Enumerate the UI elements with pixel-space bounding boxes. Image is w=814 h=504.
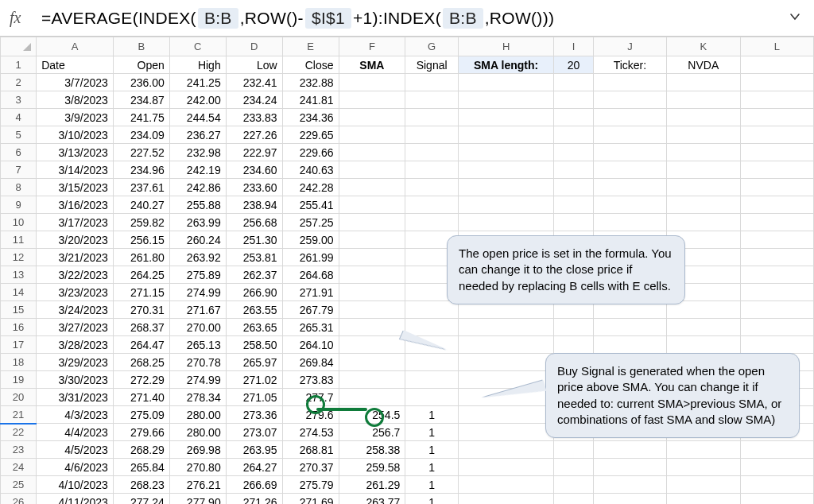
- cell[interactable]: 232.88: [282, 74, 339, 91]
- cell[interactable]: 4/10/2023: [37, 476, 114, 494]
- cell[interactable]: 273.83: [282, 371, 339, 389]
- cell[interactable]: 3/15/2023: [37, 179, 114, 196]
- cell[interactable]: [593, 196, 666, 214]
- cell[interactable]: [740, 476, 813, 494]
- cell[interactable]: 264.68: [282, 266, 339, 284]
- cell[interactable]: 241.81: [282, 91, 339, 109]
- cell[interactable]: 261.80: [113, 249, 169, 266]
- cell[interactable]: 3/10/2023: [37, 126, 114, 144]
- cell[interactable]: [667, 126, 740, 144]
- col-header-C[interactable]: C: [169, 37, 226, 56]
- cell[interactable]: [458, 476, 553, 494]
- cell[interactable]: 264.27: [226, 459, 282, 476]
- row-header[interactable]: 10: [1, 214, 37, 231]
- cell[interactable]: [405, 301, 459, 319]
- cell[interactable]: 241.25: [169, 74, 226, 91]
- cell[interactable]: [458, 459, 553, 476]
- cell[interactable]: [405, 126, 459, 144]
- cell[interactable]: [458, 441, 553, 459]
- cell[interactable]: 264.47: [113, 336, 169, 354]
- cell[interactable]: 1: [405, 424, 459, 441]
- cell[interactable]: 261.29: [339, 476, 405, 494]
- cell[interactable]: [458, 214, 553, 231]
- cell[interactable]: 233.60: [226, 179, 282, 196]
- cell[interactable]: 232.98: [169, 144, 226, 161]
- cell[interactable]: [667, 214, 740, 231]
- cell[interactable]: 271.02: [226, 371, 282, 389]
- cell[interactable]: [339, 284, 405, 301]
- cell[interactable]: [667, 459, 740, 476]
- cell[interactable]: [554, 214, 593, 231]
- cell[interactable]: 270.78: [169, 354, 226, 371]
- row-header[interactable]: 4: [1, 109, 37, 126]
- cell[interactable]: 280.00: [169, 406, 226, 424]
- col-header-F[interactable]: F: [339, 37, 405, 56]
- row-header[interactable]: 19: [1, 371, 37, 389]
- cell[interactable]: 266.69: [226, 476, 282, 494]
- cell[interactable]: 234.36: [282, 109, 339, 126]
- cell[interactable]: 265.31: [282, 319, 339, 336]
- cell[interactable]: 256.68: [226, 214, 282, 231]
- cell[interactable]: 3/16/2023: [37, 196, 114, 214]
- cell[interactable]: 268.81: [282, 441, 339, 459]
- cell[interactable]: [593, 494, 666, 505]
- cell[interactable]: 268.23: [113, 476, 169, 494]
- cell[interactable]: [458, 354, 553, 371]
- cell[interactable]: 273.07: [226, 424, 282, 441]
- cell[interactable]: [740, 319, 813, 336]
- cell[interactable]: [458, 126, 553, 144]
- row-header[interactable]: 6: [1, 144, 37, 161]
- cell[interactable]: 277.24: [113, 494, 169, 505]
- cell[interactable]: 276.21: [169, 476, 226, 494]
- cell[interactable]: [593, 336, 666, 354]
- cell[interactable]: [740, 74, 813, 91]
- cell[interactable]: 270.80: [169, 459, 226, 476]
- cell[interactable]: 3/21/2023: [37, 249, 114, 266]
- cell[interactable]: 255.88: [169, 196, 226, 214]
- cell[interactable]: 3/13/2023: [37, 144, 114, 161]
- cell[interactable]: 259.00: [282, 231, 339, 249]
- cell[interactable]: 242.28: [282, 179, 339, 196]
- cell[interactable]: 274.99: [169, 284, 226, 301]
- chevron-down-icon[interactable]: [782, 11, 808, 25]
- cell[interactable]: [740, 441, 813, 459]
- cell[interactable]: [593, 459, 666, 476]
- cell[interactable]: 274.99: [169, 371, 226, 389]
- cell[interactable]: 3/23/2023: [37, 284, 114, 301]
- cell[interactable]: High: [169, 56, 226, 74]
- cell[interactable]: 265.84: [113, 459, 169, 476]
- col-header-K[interactable]: K: [667, 37, 740, 56]
- cell[interactable]: 263.77: [339, 494, 405, 505]
- cell[interactable]: [339, 371, 405, 389]
- cell[interactable]: [593, 144, 666, 161]
- cell[interactable]: [339, 214, 405, 231]
- cell[interactable]: Signal: [405, 56, 459, 74]
- cell[interactable]: 273.36: [226, 406, 282, 424]
- cell[interactable]: 275.79: [282, 476, 339, 494]
- cell[interactable]: 266.90: [226, 284, 282, 301]
- row-header[interactable]: 5: [1, 126, 37, 144]
- row-header[interactable]: 2: [1, 74, 37, 91]
- cell[interactable]: 264.25: [113, 266, 169, 284]
- cell[interactable]: [593, 74, 666, 91]
- col-header-E[interactable]: E: [282, 37, 339, 56]
- cell[interactable]: 258.50: [226, 336, 282, 354]
- cell[interactable]: 251.30: [226, 231, 282, 249]
- cell[interactable]: 268.37: [113, 319, 169, 336]
- cell[interactable]: 271.67: [169, 301, 226, 319]
- cell[interactable]: 4/5/2023: [37, 441, 114, 459]
- cell[interactable]: 254.5: [339, 406, 405, 424]
- cell[interactable]: [458, 179, 553, 196]
- cell[interactable]: 278.34: [169, 389, 226, 406]
- cell[interactable]: [458, 494, 553, 505]
- cell[interactable]: 1: [405, 406, 459, 424]
- cell[interactable]: [405, 109, 459, 126]
- cell[interactable]: [667, 161, 740, 179]
- row-header[interactable]: 8: [1, 179, 37, 196]
- cell[interactable]: 275.89: [169, 266, 226, 284]
- cell[interactable]: [593, 109, 666, 126]
- cell[interactable]: [339, 179, 405, 196]
- cell[interactable]: 277.7: [282, 389, 339, 406]
- cell[interactable]: 268.25: [113, 354, 169, 371]
- cell[interactable]: [667, 441, 740, 459]
